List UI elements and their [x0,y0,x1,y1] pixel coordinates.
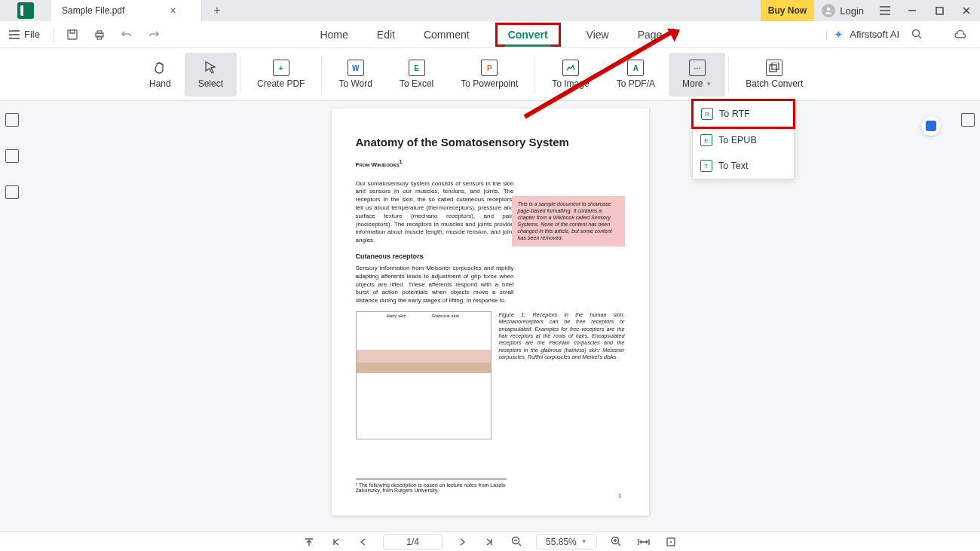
undo-icon[interactable] [113,29,140,40]
tab-view[interactable]: View [583,24,612,45]
right-siderail [956,101,980,531]
zoom-in-icon[interactable] [609,534,624,549]
more-button[interactable]: ⋯ More ▼ [669,53,725,96]
login-label: Login [840,5,864,17]
hand-label: Hand [149,78,171,89]
svg-rect-4 [97,31,102,33]
to-epub-label: To EPUB [718,135,757,145]
workspace: Anatomy of the Somatosensory System From… [0,101,980,531]
to-ppt-button[interactable]: P To Powerpoint [447,53,531,96]
chevron-down-icon: ▼ [706,81,712,87]
maximize-icon[interactable] [926,0,953,21]
convert-ribbon: Hand Select + Create PDF W To Word E To … [0,48,980,101]
floating-word-badge[interactable] [921,116,941,136]
buy-now-button[interactable]: Buy Now [761,0,814,21]
to-excel-button[interactable]: E To Excel [386,53,447,96]
hand-icon [152,60,168,76]
page-viewport[interactable]: Anatomy of the Somatosensory System From… [24,101,956,531]
thumbnails-icon[interactable] [5,113,19,127]
figure-caption: Figure 1: Receptors in the human skin: M… [499,311,625,439]
to-ppt-label: To Powerpoint [461,78,518,89]
close-window-icon[interactable] [953,0,980,21]
tab-edit[interactable]: Edit [374,24,398,45]
print-icon[interactable] [86,29,113,41]
batch-convert-button[interactable]: Batch Convert [732,53,816,96]
tab-comment[interactable]: Comment [421,24,473,45]
doc-source: From Wikibooks1 [356,159,625,168]
page-indicator[interactable]: 1/4 [383,534,443,549]
create-pdf-button[interactable]: + Create PDF [243,53,318,96]
pdf-page: Anatomy of the Somatosensory System From… [332,109,649,516]
svg-rect-7 [770,65,776,72]
quick-access-bar: File Home Edit Comment Convert View Page… [0,21,980,48]
svg-point-12 [670,541,672,543]
doc-para1: Our somatosensory system consists of sen… [356,180,514,245]
svg-point-0 [827,8,830,11]
ppt-icon: P [481,60,498,76]
create-pdf-label: Create PDF [257,78,305,89]
sparkle-icon: ✦ [834,28,844,41]
save-icon[interactable] [59,29,86,41]
select-tool[interactable]: Select [185,53,237,96]
zoom-level[interactable]: 55.85% ▼ [536,534,597,549]
login-button[interactable]: Login [814,0,871,21]
to-epub-item[interactable]: E To EPUB [693,127,794,153]
to-word-button[interactable]: W To Word [325,53,385,96]
ai-section: | ✦ Afirstsoft AI [815,28,933,41]
zoom-value: 55.85% [546,537,577,547]
tab-title: Sample File.pdf [62,5,124,16]
to-rtf-item[interactable]: R To RTF [691,99,795,129]
fit-width-icon[interactable] [636,534,651,549]
document-tab[interactable]: Sample File.pdf × [51,0,202,21]
batch-label: Batch Convert [746,78,803,89]
avatar-icon [822,4,835,17]
minimize-icon[interactable] [899,0,926,21]
tab-home[interactable]: Home [317,24,351,45]
status-bar: 1/4 55.85% ▼ [0,531,980,551]
excel-icon: E [409,60,425,76]
rtf-icon: R [701,108,713,120]
tab-convert[interactable]: Convert [505,24,551,45]
bookmarks-icon[interactable] [5,149,19,163]
file-menu-button[interactable]: File [0,29,49,40]
to-word-label: To Word [338,78,372,89]
fit-page-icon[interactable] [663,534,678,549]
next-page-icon[interactable] [455,534,470,549]
comments-panel-icon[interactable] [5,185,19,199]
doc-title: Anatomy of the Somatosensory System [356,136,625,148]
to-pdfa-label: To PDF/A [617,78,655,89]
redo-icon[interactable] [140,29,167,40]
svg-point-6 [913,30,920,37]
to-text-item[interactable]: T To Text [693,153,794,179]
svg-rect-1 [936,8,943,14]
batch-icon [766,60,782,76]
scroll-top-icon[interactable] [302,534,317,549]
create-pdf-icon: + [273,60,289,76]
to-rtf-label: To RTF [719,109,750,119]
to-text-label: To Text [718,161,748,171]
title-bar: Sample File.pdf × + Buy Now Login [0,0,980,21]
select-label: Select [198,78,223,89]
last-page-icon[interactable] [482,534,497,549]
cloud-icon[interactable] [947,29,974,40]
more-dropdown: R To RTF E To EPUB T To Text [692,99,795,179]
hamburger-icon[interactable] [871,0,899,21]
zoom-out-icon[interactable] [509,534,524,549]
ai-label[interactable]: Afirstsoft AI [850,29,899,40]
properties-icon[interactable] [961,113,975,127]
svg-rect-8 [772,63,779,69]
to-pdfa-button[interactable]: A To PDF/A [603,53,669,96]
hand-tool[interactable]: Hand [136,53,185,96]
prev-page-icon[interactable] [356,534,371,549]
new-tab-button[interactable]: + [202,0,232,21]
cursor-icon [202,60,219,76]
left-siderail [0,101,24,531]
svg-rect-5 [97,36,102,39]
close-tab-icon[interactable]: × [170,5,176,17]
epub-icon: E [700,134,712,146]
search-icon[interactable] [911,29,923,40]
doc-subhead: Cutaneous receptors [356,253,625,260]
more-icon: ⋯ [689,60,706,76]
svg-rect-2 [68,30,77,39]
first-page-icon[interactable] [329,534,344,549]
